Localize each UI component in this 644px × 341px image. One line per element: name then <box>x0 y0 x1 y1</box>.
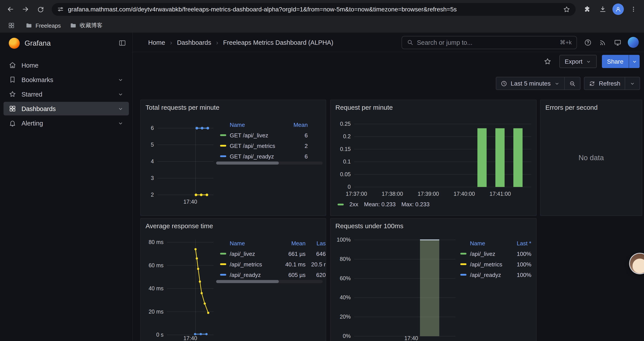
sidebar-collapse-button[interactable] <box>118 39 126 47</box>
panel-title[interactable]: Requests under 100ms <box>335 222 403 229</box>
legend-row[interactable]: /api/_readyz 100% <box>460 269 531 280</box>
legend-col-name[interactable]: Name <box>230 240 278 246</box>
share-button[interactable]: Share <box>602 55 629 68</box>
legend-col-mean[interactable]: Mean <box>278 240 306 246</box>
legend-col-name[interactable]: Name <box>230 121 288 128</box>
series-color-dash <box>460 253 466 254</box>
chevron-down-icon[interactable] <box>118 106 124 112</box>
news-button[interactable] <box>596 36 609 49</box>
series-last: 646 <box>306 250 326 257</box>
svg-text:3: 3 <box>151 175 154 181</box>
chevron-down-icon[interactable] <box>118 77 124 83</box>
svg-text:100%: 100% <box>337 237 351 243</box>
back-icon <box>6 5 14 13</box>
legend-row[interactable]: GET /api/_metrics 2 <box>220 140 308 151</box>
scrollbar-thumb[interactable] <box>216 162 279 165</box>
legend-scrollbar[interactable] <box>216 162 323 165</box>
search-icon <box>407 39 414 46</box>
export-button[interactable]: Export <box>560 55 596 68</box>
search-box[interactable]: ⌘+k <box>402 36 577 49</box>
panel-title[interactable]: Request per minute <box>335 104 393 111</box>
zoom-out-button[interactable] <box>565 77 580 90</box>
star-icon <box>544 58 552 65</box>
header-icons <box>581 36 639 49</box>
forward-button[interactable] <box>18 2 32 16</box>
sidebar-item-home[interactable]: Home <box>4 58 129 72</box>
share-dropdown-button[interactable] <box>629 55 640 68</box>
breadcrumb-dashboards[interactable]: Dashboards <box>177 39 211 46</box>
bookmark-folder-freeleaps[interactable]: Freeleaps <box>26 22 61 29</box>
svg-text:20%: 20% <box>340 313 351 320</box>
series-last: 100% <box>508 271 531 278</box>
refresh-button[interactable]: Refresh <box>584 77 625 90</box>
reload-button[interactable] <box>33 2 47 16</box>
extensions-button[interactable] <box>580 2 594 16</box>
series-name: /api/_metrics <box>470 261 508 267</box>
favorite-dashboard-button[interactable] <box>541 55 554 68</box>
legend-col-name[interactable]: Name <box>470 240 508 246</box>
legend-row[interactable]: GET /api/_livez 6 <box>220 130 308 140</box>
legend-col-last[interactable]: Last * <box>508 240 531 246</box>
panel-left-icon <box>118 39 126 47</box>
tv-mode-button[interactable] <box>611 36 624 49</box>
svg-text:17:40: 17:40 <box>184 199 197 205</box>
search-input[interactable] <box>417 39 556 46</box>
downloads-button[interactable] <box>596 2 610 16</box>
sidebar-item-dashboards[interactable]: Dashboards <box>4 102 129 115</box>
refresh-interval-dropdown[interactable] <box>625 77 640 90</box>
legend-col-last[interactable]: Las <box>306 240 326 246</box>
series-max-stat: Max: 0.233 <box>401 201 430 208</box>
bar-chart[interactable]: 0.250.20.150.10.05017:37:0017:38:0017:39… <box>330 100 536 216</box>
svg-text:17:37:00: 17:37:00 <box>346 191 367 197</box>
sidebar-item-alerting[interactable]: Alerting <box>4 116 129 130</box>
back-button[interactable] <box>4 2 18 16</box>
legend-row[interactable]: GET /api/_readyz 6 <box>220 151 308 162</box>
chevron-down-icon[interactable] <box>118 120 124 126</box>
scrollbar-thumb[interactable] <box>216 280 279 283</box>
url-bar[interactable]: grafana.mathmast.com/d/deytv4rwavabkb/fr… <box>52 3 576 16</box>
legend-row[interactable]: /api/_metrics 100% <box>460 259 531 269</box>
browser-profile-button[interactable] <box>612 4 624 15</box>
site-settings-icon[interactable] <box>57 6 64 13</box>
bookmark-star-icon[interactable] <box>563 6 570 13</box>
breadcrumb-separator: › <box>216 39 218 46</box>
main-area: Home › Dashboards › Freeleaps Metrics Da… <box>133 33 644 341</box>
svg-text:0.1: 0.1 <box>343 158 351 165</box>
legend-inline[interactable]: 2xx Mean: 0.233 Max: 0.233 <box>338 201 430 208</box>
legend-row[interactable]: /api/_livez 661 µs 646 <box>220 248 326 259</box>
svg-text:80 ms: 80 ms <box>148 239 164 245</box>
chevron-down-icon <box>586 59 591 64</box>
grafana-logo[interactable] <box>9 38 20 49</box>
time-range-picker[interactable]: Last 5 minutes <box>496 77 565 90</box>
series-color-dash <box>220 253 226 254</box>
search-shortcut: ⌘+k <box>560 39 572 46</box>
breadcrumb: Home › Dashboards › Freeleaps Metrics Da… <box>148 39 334 46</box>
svg-text:17:40:00: 17:40:00 <box>454 191 475 197</box>
svg-text:0.25: 0.25 <box>340 121 351 127</box>
dashboard-actions-bar: Export Share <box>133 52 644 71</box>
legend-col-mean[interactable]: Mean <box>288 121 308 128</box>
bookmarks-bar: Freeleaps 收藏博客 <box>0 19 644 33</box>
panel-title[interactable]: Total requests per minute <box>146 104 220 111</box>
legend-scrollbar[interactable] <box>216 280 323 283</box>
apps-grid-button[interactable] <box>6 20 17 31</box>
user-avatar[interactable] <box>628 37 639 48</box>
legend-row[interactable]: /api/_livez 100% <box>460 248 531 259</box>
reload-icon <box>36 6 44 13</box>
brand-row: Grafana <box>0 33 132 53</box>
browser-menu-button[interactable] <box>626 2 640 16</box>
breadcrumb-home[interactable]: Home <box>148 39 165 46</box>
panel-errors-per-second: Errors per second No data <box>540 100 642 216</box>
series-color-dash <box>220 145 226 147</box>
series-color-dash <box>220 155 226 157</box>
sidebar-item-bookmarks[interactable]: Bookmarks <box>4 73 129 87</box>
legend-row[interactable]: /api/_readyz 605 µs 620 <box>220 269 326 280</box>
chevron-down-icon[interactable] <box>118 91 124 97</box>
legend-row[interactable]: /api/_metrics 40.1 ms 20.5 r <box>220 259 326 269</box>
bookmark-folder-blogs[interactable]: 收藏博客 <box>70 22 102 30</box>
sidebar-item-starred[interactable]: Starred <box>4 87 129 101</box>
svg-text:17:41:00: 17:41:00 <box>490 191 511 197</box>
panel-average-response-time: 80 ms60 ms40 ms20 ms0 s17:40 Average res… <box>140 218 326 341</box>
panel-title[interactable]: Average response time <box>146 222 213 229</box>
help-button[interactable] <box>581 36 594 49</box>
